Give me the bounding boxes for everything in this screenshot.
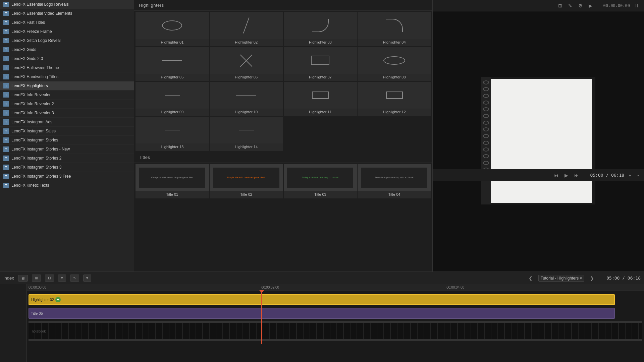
pause-button[interactable]: ⏸ [633,2,641,9]
list-item[interactable]: Transform your reading with a classic Ti… [358,164,431,198]
spiral-coil [483,80,489,84]
thumb-preview: Transform your reading with a classic [358,164,431,191]
sidebar-item-icon: T [3,83,9,88]
insert-button[interactable]: ⊞ [32,275,41,282]
nav-next-button[interactable]: ❯ [588,275,596,282]
track-row: Title 05 [27,307,644,320]
spiral-coil [483,127,489,131]
preview-panel: ⊞ ✎ ⚙ ▶ 00:00:00:00 ⏸ [433,0,644,272]
play-preview-button[interactable]: ▶ [563,172,570,179]
sidebar-item-label: LenoFX Info Revealer 3 [11,111,54,115]
overwrite-button[interactable]: ⊟ [45,275,54,282]
list-item[interactable]: Highlighter 09 [136,82,209,116]
sidebar-item-info-revealer-2[interactable]: T LenoFX Info Revealer 2 [0,100,134,109]
sequence-dropdown[interactable]: Tutorial - Highlighters ▾ [538,275,585,282]
sidebar-item-icon: T [3,29,9,34]
thumb-preview [210,117,283,143]
list-item[interactable]: Simple title with dominant point blank T… [210,164,283,198]
list-item[interactable]: Highlighter 01 [136,12,209,46]
sidebar-item-icon: T [3,119,9,125]
thumb-preview [284,47,357,74]
next-frame-button[interactable]: ⏭ [573,172,581,179]
sidebar-item-icon: T [3,128,9,134]
sidebar-item-instagram-stories-3-free[interactable]: T LenoFX Instagram Stories 3 Free [0,172,134,181]
transform-button[interactable]: ✎ [567,2,574,9]
sidebar-item-instagram-stories-2[interactable]: T LenoFX Instagram Stories 2 [0,154,134,163]
sidebar-item-grids-2[interactable]: T LenoFX Grids 2.0 [0,54,134,63]
line-h-shape [162,60,182,61]
timecode-mark-3: 00:00:04:00 [446,286,464,289]
monitor-button[interactable]: 🖥 [18,275,28,282]
fit-to-window-button[interactable]: ⊞ [556,2,564,9]
sidebar-item-grids[interactable]: T LenoFX Grids [0,45,134,54]
add-to-clip-icon[interactable]: + [55,297,61,302]
sidebar-item-logo-reveals[interactable]: T LenoFX Essential Logo Reveals [0,0,134,9]
sidebar-item-kinetic-texts[interactable]: T LenoFX Kinetic Texts [0,181,134,190]
list-item[interactable]: Highlighter 13 [136,117,209,151]
sidebar-item-info-revealer-3[interactable]: T LenoFX Info Revealer 3 [0,109,134,118]
tool-dropdown[interactable]: ▾ [83,275,91,282]
select-tool[interactable]: ↖ [70,275,79,282]
sidebar-item-instagram-stories-new[interactable]: T LenoFX Instagram Stories - New [0,145,134,154]
list-item[interactable]: Highlighter 11 [284,82,357,116]
settings-button[interactable]: ⚙ [577,2,584,9]
nav-prev-button[interactable]: ❮ [527,275,534,282]
list-item[interactable]: Highlighter 12 [358,82,431,116]
sidebar-item-icon: T [3,165,9,170]
list-item[interactable]: Highlighter 05 [136,47,209,81]
timeline-main[interactable]: 00:00:00:00 00:00:02:00 00:00:04:00 High… [27,284,644,362]
sidebar-item-instagram-sales[interactable]: T LenoFX Instagram Sales [0,127,134,136]
spiral-coil [483,134,489,138]
sidebar-item-video-elements[interactable]: T LenoFX Essential Video Elements [0,9,134,18]
thumb-preview: One point oblique no simplier game tiles [136,164,209,191]
play-button[interactable]: ▶ [587,2,594,9]
list-item[interactable]: Highlighter 10 [210,82,283,116]
list-item[interactable]: Highlighter 14 [210,117,283,151]
sidebar-item-instagram-ads[interactable]: T LenoFX Instagram Ads [0,118,134,127]
list-item[interactable]: Highlighter 03 [284,12,357,46]
preview-timecode: 05:00 / 06:18 [590,173,624,178]
sidebar-item-label: LenoFX Fast Titles [11,20,45,25]
dropdown-button[interactable]: ▾ [58,275,66,282]
thumb-label: Highlighter 14 [210,145,283,149]
list-item[interactable]: Highlighter 04 [358,12,431,46]
sidebar-item-label: LenoFX Essential Logo Reveals [11,2,69,7]
list-item[interactable]: One point oblique no simplier game tiles… [136,164,209,198]
timecode-mark-1: 00:00:00:00 [29,286,46,289]
sidebar-item-info-revealer[interactable]: T LenoFX Info Revealer [0,90,134,100]
sidebar-item-fast-titles[interactable]: T LenoFX Fast Titles [0,18,134,27]
title-text: Today a definite one long — classic [302,176,339,179]
sidebar-item-freeze-frame[interactable]: T LenoFX Freeze Frame [0,27,134,36]
spiral-coil [483,107,489,111]
thumb-preview: Simple title with dominant point blank [210,164,283,191]
thumb-label: Highlighter 11 [284,110,357,114]
sidebar-item-label: LenoFX Info Revealer 2 [11,102,54,106]
list-item[interactable]: Highlighter 06 [210,47,283,81]
clip-highlighter[interactable]: Highlighter 02 + [29,294,615,305]
sidebar-item-instagram-stories-3[interactable]: T LenoFX Instagram Stories 3 [0,163,134,172]
clip-dark-label: notebook [32,329,46,333]
sidebar-item-label: LenoFX Instagram Ads [11,120,52,124]
sidebar-item-instagram-stories[interactable]: T LenoFX Instagram Stories [0,136,134,145]
list-item[interactable]: Highlighter 08 [358,47,431,81]
sidebar-item-glitch-logo[interactable]: T LenoFX Glitch Logo Reveal [0,36,134,45]
thumb-preview: Today a definite one long — classic [284,164,357,191]
zoom-out-button[interactable]: - [636,172,641,179]
sidebar-item-highlighters[interactable]: T LenoFX Highlighters [0,81,134,90]
list-item[interactable]: Highlighter 07 [284,47,357,81]
sidebar-item-icon: T [3,174,9,179]
sidebar-item-handwriting[interactable]: T LenoFX Handwriting Titles [0,72,134,81]
list-item[interactable]: Highlighter 02 [210,12,283,46]
zoom-in-button[interactable]: + [627,172,633,179]
clip-title[interactable]: Title 05 [29,308,615,319]
sidebar-item-halloween[interactable]: T LenoFX Halloween Theme [0,63,134,72]
thumb-label: Highlighter 12 [358,110,431,114]
clip-label: Highlighter 02 [31,298,54,302]
timeline-timecode: 05:00 / 06:18 [606,276,641,281]
dropdown-arrow-icon: ▾ [580,276,582,281]
playhead[interactable] [261,291,262,344]
prev-frame-button[interactable]: ⏮ [552,172,560,179]
sequence-name: Tutorial - Highlighters [541,276,579,281]
ellipse-h-shape [383,56,405,65]
list-item[interactable]: Today a definite one long — classic Titl… [284,164,357,198]
